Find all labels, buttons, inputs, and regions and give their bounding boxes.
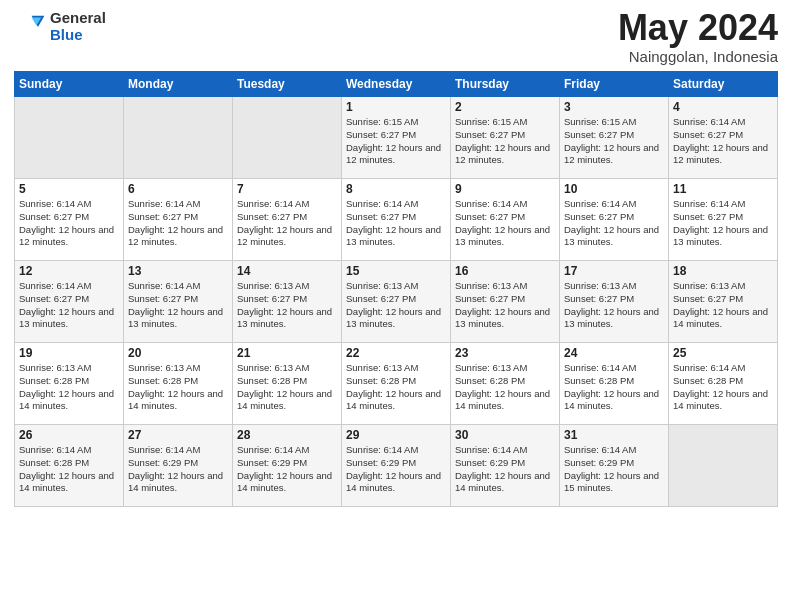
- day-number: 14: [237, 264, 337, 278]
- calendar-cell-w2-d0: 5Sunrise: 6:14 AMSunset: 6:27 PMDaylight…: [15, 179, 124, 261]
- day-number: 28: [237, 428, 337, 442]
- cell-info: Sunrise: 6:15 AMSunset: 6:27 PMDaylight:…: [455, 116, 555, 167]
- cell-info: Sunrise: 6:14 AMSunset: 6:29 PMDaylight:…: [128, 444, 228, 495]
- day-number: 16: [455, 264, 555, 278]
- cell-info: Sunrise: 6:13 AMSunset: 6:27 PMDaylight:…: [346, 280, 446, 331]
- week-row-1: 1Sunrise: 6:15 AMSunset: 6:27 PMDaylight…: [15, 97, 778, 179]
- page-header: General Blue May 2024 Nainggolan, Indone…: [14, 10, 778, 65]
- calendar-table: Sunday Monday Tuesday Wednesday Thursday…: [14, 71, 778, 507]
- calendar-cell-w1-d2: [233, 97, 342, 179]
- header-wednesday: Wednesday: [342, 72, 451, 97]
- week-row-2: 5Sunrise: 6:14 AMSunset: 6:27 PMDaylight…: [15, 179, 778, 261]
- title-location: Nainggolan, Indonesia: [618, 48, 778, 65]
- cell-info: Sunrise: 6:14 AMSunset: 6:28 PMDaylight:…: [673, 362, 773, 413]
- logo-general: General: [50, 10, 106, 27]
- day-number: 26: [19, 428, 119, 442]
- cell-info: Sunrise: 6:14 AMSunset: 6:27 PMDaylight:…: [128, 280, 228, 331]
- calendar-cell-w4-d5: 24Sunrise: 6:14 AMSunset: 6:28 PMDayligh…: [560, 343, 669, 425]
- calendar-cell-w3-d1: 13Sunrise: 6:14 AMSunset: 6:27 PMDayligh…: [124, 261, 233, 343]
- header-tuesday: Tuesday: [233, 72, 342, 97]
- calendar-cell-w3-d4: 16Sunrise: 6:13 AMSunset: 6:27 PMDayligh…: [451, 261, 560, 343]
- cell-info: Sunrise: 6:14 AMSunset: 6:27 PMDaylight:…: [237, 198, 337, 249]
- day-number: 23: [455, 346, 555, 360]
- cell-info: Sunrise: 6:14 AMSunset: 6:27 PMDaylight:…: [673, 116, 773, 167]
- cell-info: Sunrise: 6:14 AMSunset: 6:27 PMDaylight:…: [455, 198, 555, 249]
- calendar-cell-w2-d3: 8Sunrise: 6:14 AMSunset: 6:27 PMDaylight…: [342, 179, 451, 261]
- calendar-cell-w5-d1: 27Sunrise: 6:14 AMSunset: 6:29 PMDayligh…: [124, 425, 233, 507]
- calendar-cell-w5-d0: 26Sunrise: 6:14 AMSunset: 6:28 PMDayligh…: [15, 425, 124, 507]
- calendar-cell-w5-d4: 30Sunrise: 6:14 AMSunset: 6:29 PMDayligh…: [451, 425, 560, 507]
- day-number: 10: [564, 182, 664, 196]
- calendar-cell-w4-d3: 22Sunrise: 6:13 AMSunset: 6:28 PMDayligh…: [342, 343, 451, 425]
- header-thursday: Thursday: [451, 72, 560, 97]
- day-number: 25: [673, 346, 773, 360]
- day-number: 9: [455, 182, 555, 196]
- day-number: 5: [19, 182, 119, 196]
- cell-info: Sunrise: 6:14 AMSunset: 6:27 PMDaylight:…: [346, 198, 446, 249]
- cell-info: Sunrise: 6:14 AMSunset: 6:29 PMDaylight:…: [237, 444, 337, 495]
- cell-info: Sunrise: 6:14 AMSunset: 6:28 PMDaylight:…: [564, 362, 664, 413]
- cell-info: Sunrise: 6:13 AMSunset: 6:28 PMDaylight:…: [346, 362, 446, 413]
- cell-info: Sunrise: 6:14 AMSunset: 6:29 PMDaylight:…: [455, 444, 555, 495]
- title-block: May 2024 Nainggolan, Indonesia: [618, 10, 778, 65]
- calendar-cell-w2-d4: 9Sunrise: 6:14 AMSunset: 6:27 PMDaylight…: [451, 179, 560, 261]
- day-number: 18: [673, 264, 773, 278]
- cell-info: Sunrise: 6:13 AMSunset: 6:28 PMDaylight:…: [237, 362, 337, 413]
- day-number: 20: [128, 346, 228, 360]
- logo: General Blue: [14, 10, 106, 43]
- cell-info: Sunrise: 6:13 AMSunset: 6:28 PMDaylight:…: [19, 362, 119, 413]
- logo-blue: Blue: [50, 27, 106, 44]
- calendar-cell-w2-d2: 7Sunrise: 6:14 AMSunset: 6:27 PMDaylight…: [233, 179, 342, 261]
- day-number: 8: [346, 182, 446, 196]
- day-number: 1: [346, 100, 446, 114]
- calendar-cell-w4-d2: 21Sunrise: 6:13 AMSunset: 6:28 PMDayligh…: [233, 343, 342, 425]
- calendar-cell-w2-d1: 6Sunrise: 6:14 AMSunset: 6:27 PMDaylight…: [124, 179, 233, 261]
- calendar-cell-w5-d3: 29Sunrise: 6:14 AMSunset: 6:29 PMDayligh…: [342, 425, 451, 507]
- day-number: 17: [564, 264, 664, 278]
- calendar-cell-w1-d4: 2Sunrise: 6:15 AMSunset: 6:27 PMDaylight…: [451, 97, 560, 179]
- calendar-cell-w4-d6: 25Sunrise: 6:14 AMSunset: 6:28 PMDayligh…: [669, 343, 778, 425]
- calendar-cell-w2-d6: 11Sunrise: 6:14 AMSunset: 6:27 PMDayligh…: [669, 179, 778, 261]
- day-number: 3: [564, 100, 664, 114]
- day-number: 13: [128, 264, 228, 278]
- cell-info: Sunrise: 6:15 AMSunset: 6:27 PMDaylight:…: [346, 116, 446, 167]
- day-number: 4: [673, 100, 773, 114]
- cell-info: Sunrise: 6:14 AMSunset: 6:27 PMDaylight:…: [128, 198, 228, 249]
- calendar-cell-w5-d5: 31Sunrise: 6:14 AMSunset: 6:29 PMDayligh…: [560, 425, 669, 507]
- title-month: May 2024: [618, 10, 778, 46]
- day-number: 22: [346, 346, 446, 360]
- calendar-cell-w1-d3: 1Sunrise: 6:15 AMSunset: 6:27 PMDaylight…: [342, 97, 451, 179]
- calendar-cell-w4-d1: 20Sunrise: 6:13 AMSunset: 6:28 PMDayligh…: [124, 343, 233, 425]
- day-number: 11: [673, 182, 773, 196]
- day-number: 31: [564, 428, 664, 442]
- week-row-3: 12Sunrise: 6:14 AMSunset: 6:27 PMDayligh…: [15, 261, 778, 343]
- cell-info: Sunrise: 6:15 AMSunset: 6:27 PMDaylight:…: [564, 116, 664, 167]
- header-saturday: Saturday: [669, 72, 778, 97]
- day-number: 19: [19, 346, 119, 360]
- day-number: 6: [128, 182, 228, 196]
- calendar-cell-w4-d0: 19Sunrise: 6:13 AMSunset: 6:28 PMDayligh…: [15, 343, 124, 425]
- cell-info: Sunrise: 6:14 AMSunset: 6:29 PMDaylight:…: [346, 444, 446, 495]
- cell-info: Sunrise: 6:14 AMSunset: 6:27 PMDaylight:…: [19, 280, 119, 331]
- day-number: 29: [346, 428, 446, 442]
- calendar-cell-w5-d2: 28Sunrise: 6:14 AMSunset: 6:29 PMDayligh…: [233, 425, 342, 507]
- day-number: 30: [455, 428, 555, 442]
- calendar-cell-w3-d0: 12Sunrise: 6:14 AMSunset: 6:27 PMDayligh…: [15, 261, 124, 343]
- day-number: 12: [19, 264, 119, 278]
- logo-text: General Blue: [50, 10, 106, 43]
- cell-info: Sunrise: 6:13 AMSunset: 6:27 PMDaylight:…: [237, 280, 337, 331]
- cell-info: Sunrise: 6:14 AMSunset: 6:27 PMDaylight:…: [564, 198, 664, 249]
- cell-info: Sunrise: 6:13 AMSunset: 6:28 PMDaylight:…: [455, 362, 555, 413]
- cell-info: Sunrise: 6:13 AMSunset: 6:28 PMDaylight:…: [128, 362, 228, 413]
- calendar-cell-w3-d2: 14Sunrise: 6:13 AMSunset: 6:27 PMDayligh…: [233, 261, 342, 343]
- calendar-cell-w3-d3: 15Sunrise: 6:13 AMSunset: 6:27 PMDayligh…: [342, 261, 451, 343]
- day-number: 2: [455, 100, 555, 114]
- logo-icon: [14, 11, 46, 43]
- day-number: 15: [346, 264, 446, 278]
- calendar-cell-w3-d6: 18Sunrise: 6:13 AMSunset: 6:27 PMDayligh…: [669, 261, 778, 343]
- header-friday: Friday: [560, 72, 669, 97]
- cell-info: Sunrise: 6:13 AMSunset: 6:27 PMDaylight:…: [673, 280, 773, 331]
- day-number: 7: [237, 182, 337, 196]
- cell-info: Sunrise: 6:14 AMSunset: 6:27 PMDaylight:…: [19, 198, 119, 249]
- header-sunday: Sunday: [15, 72, 124, 97]
